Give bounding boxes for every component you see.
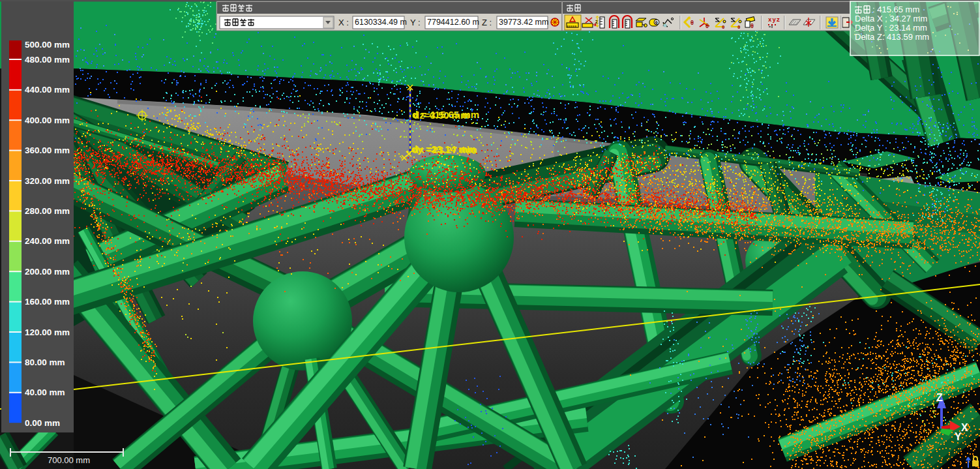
svg-text:Delta Z: 413.59 mm: Delta Z: 413.59 mm (855, 32, 929, 42)
svg-text:θ: θ (722, 24, 724, 30)
svg-text:xyz: xyz (768, 17, 780, 23)
svg-text:200.00 mm: 200.00 mm (25, 267, 70, 277)
svg-text:240.00 mm: 240.00 mm (25, 236, 70, 246)
svg-text:280.00 mm: 280.00 mm (25, 206, 70, 216)
svg-text:X :: X : (338, 18, 349, 27)
svg-text:Z :: Z : (482, 18, 492, 27)
svg-text:500.00 mm: 500.00 mm (25, 40, 70, 50)
svg-text:80.00 mm: 80.00 mm (25, 357, 65, 367)
svg-text:Y :: Y : (410, 18, 421, 27)
svg-text:θ: θ (737, 24, 740, 30)
svg-text:320.00 mm: 320.00 mm (25, 176, 70, 186)
svg-text:120.00 mm: 120.00 mm (25, 327, 70, 337)
svg-text:160.00 mm: 160.00 mm (25, 297, 70, 307)
svg-text:Delta Y : 23.14 mm: Delta Y : 23.14 mm (855, 23, 927, 33)
svg-text:θ: θ (705, 23, 709, 29)
svg-text:40.00 mm: 40.00 mm (25, 387, 65, 397)
svg-text:6130334.49 m: 6130334.49 m (355, 18, 407, 27)
svg-text:360.00 mm: 360.00 mm (25, 145, 70, 155)
svg-text:θ: θ (690, 20, 694, 26)
svg-text:400.00 mm: 400.00 mm (25, 115, 70, 125)
svg-text:0.00 mm: 0.00 mm (25, 418, 60, 428)
svg-text:440.00 mm: 440.00 mm (25, 85, 70, 95)
svg-text:480.00 mm: 480.00 mm (25, 55, 70, 65)
svg-text:: 415.65 mm: : 415.65 mm (872, 5, 919, 14)
svg-text:7794412.60 m: 7794412.60 m (427, 18, 479, 27)
svg-text:θ: θ (750, 23, 754, 29)
svg-text:Delta X : 34.27 mm: Delta X : 34.27 mm (855, 14, 927, 23)
svg-text:θ: θ (655, 20, 658, 25)
svg-text:39773.42 mm: 39773.42 mm (499, 18, 548, 27)
